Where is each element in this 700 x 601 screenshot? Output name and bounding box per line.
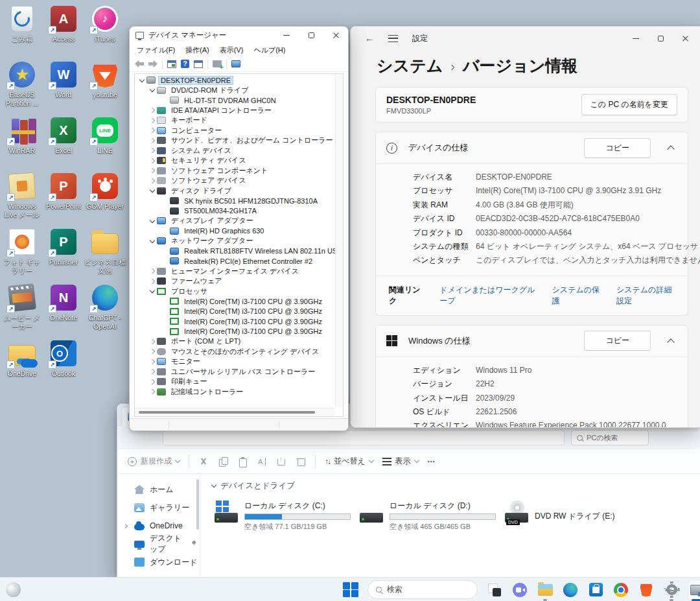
- tree-item[interactable]: コンピューター: [136, 126, 335, 136]
- expand-arrow-icon[interactable]: [148, 106, 157, 115]
- sidebar-item-desktop[interactable]: デスクトップ: [117, 535, 200, 553]
- desktop-icon-onenote[interactable]: ↗ OneNote: [43, 281, 84, 337]
- minimize-button[interactable]: [274, 27, 299, 43]
- tree-item[interactable]: 記憶域コントローラー: [136, 387, 335, 397]
- tree-item[interactable]: ユニバーサル シリアル バス コントローラー: [136, 367, 335, 377]
- sort-button[interactable]: ↑↓ 並べ替え: [325, 456, 373, 467]
- properties-icon[interactable]: [194, 60, 203, 68]
- tree-item[interactable]: モニター: [136, 357, 335, 367]
- sidebar-scrollbar[interactable]: [196, 479, 199, 530]
- expand-arrow-icon[interactable]: [148, 237, 157, 246]
- more-button[interactable]: ···: [428, 457, 436, 466]
- expand-arrow-icon[interactable]: [148, 367, 157, 376]
- expand-arrow-icon[interactable]: [148, 86, 157, 95]
- desktop-icon-gom-player[interactable]: ↗ GOM Player: [84, 170, 126, 226]
- start-button[interactable]: [342, 580, 359, 600]
- desktop-icon-powerpoint[interactable]: ↗ PowerPoint: [43, 170, 84, 226]
- explorer-search-box[interactable]: PCの検索: [571, 430, 649, 445]
- desktop-icon-recycle-bin[interactable]: ↗ ごみ箱: [1, 3, 43, 58]
- expand-arrow-icon[interactable]: [148, 277, 157, 286]
- taskbar-chat-icon[interactable]: [511, 580, 528, 600]
- rename-pc-button[interactable]: この PC の名前を変更: [581, 94, 677, 115]
- tree-item[interactable]: DVD/CD-ROM ドライブ: [136, 86, 335, 96]
- tree-item[interactable]: サウンド、ビデオ、およびゲーム コントローラー: [136, 136, 335, 146]
- tree-item[interactable]: SK hynix BC501 HFM128GDJTNG-8310A: [136, 196, 335, 206]
- taskbar-device-manager-icon[interactable]: [688, 580, 700, 600]
- expand-arrow-icon[interactable]: [161, 297, 170, 306]
- expand-arrow-icon[interactable]: [148, 186, 157, 195]
- tree-item[interactable]: 印刷キュー: [136, 377, 335, 387]
- taskbar-chrome-icon[interactable]: [612, 580, 629, 600]
- menu-item[interactable]: 表示(V): [215, 44, 248, 56]
- taskbar-brave-icon[interactable]: [638, 580, 655, 600]
- desktop-icon-onedrive[interactable]: ↗ OneDrive: [1, 337, 43, 393]
- tree-item[interactable]: IDE ATA/ATAPI コントローラー: [136, 106, 335, 116]
- related-link[interactable]: ドメインまたはワークグループ: [439, 285, 535, 307]
- expand-arrow-icon[interactable]: [148, 176, 157, 185]
- tree-item[interactable]: Intel(R) Core(TM) i3-7100 CPU @ 3.90GHz: [136, 316, 335, 327]
- tree-item[interactable]: プロセッサ: [136, 287, 335, 297]
- desktop-icon-photo-gallery[interactable]: ↗ フォト ギャラリー: [1, 226, 43, 281]
- back-icon[interactable]: ←: [365, 33, 374, 43]
- rename-icon[interactable]: [257, 456, 267, 467]
- drive-tile[interactable]: DVD DVD RW ドライブ (E:): [502, 498, 644, 534]
- expand-arrow-icon[interactable]: [148, 166, 157, 175]
- desktop-icon-excel[interactable]: ↗ Excel: [43, 114, 84, 170]
- desktop-icon-movie-maker[interactable]: ↗ ムービー メーカー: [1, 281, 43, 337]
- tree-item[interactable]: Intel(R) Core(TM) i3-7100 CPU @ 3.90GHz: [136, 307, 335, 317]
- breadcrumb[interactable]: [163, 430, 565, 445]
- expand-arrow-icon[interactable]: [161, 246, 170, 255]
- tree-item[interactable]: ソフトウェア デバイス: [136, 176, 335, 186]
- desktop-icon-youtube[interactable]: ↗ youtube: [84, 58, 126, 114]
- new-button[interactable]: + 新規作成: [128, 456, 180, 467]
- desktop-icon-winrar[interactable]: ↗ WinRAR: [1, 114, 43, 170]
- widgets-icon[interactable]: [6, 582, 21, 597]
- tree-item[interactable]: Realtek(R) PCI(e) Ethernet Controller #2: [136, 256, 335, 266]
- sidebar-item-home[interactable]: ホーム: [117, 480, 200, 499]
- forward-icon[interactable]: [148, 60, 158, 68]
- menu-item[interactable]: ヘルプ(H): [249, 44, 290, 56]
- vertical-scrollbar[interactable]: [335, 74, 343, 407]
- tree-item[interactable]: ファームウェア: [136, 276, 335, 287]
- tree-item[interactable]: Intel(R) Core(TM) i3-7100 CPU @ 3.90GHz: [136, 327, 335, 337]
- desktop-icon-itunes[interactable]: ↗ iTunes: [84, 3, 126, 58]
- computer-monitor-icon[interactable]: [231, 60, 240, 67]
- taskbar-edge-icon[interactable]: [562, 580, 579, 600]
- tree-item[interactable]: HL-DT-ST DVDRAM GHC0N: [136, 95, 335, 106]
- copy-icon[interactable]: [218, 456, 228, 467]
- desktop-icon-chatgpt-openai[interactable]: ↗ ChatGPT - OpenAI: [84, 281, 126, 337]
- expand-arrow-icon[interactable]: [161, 317, 170, 326]
- taskbar-store-icon[interactable]: [587, 580, 604, 600]
- drive-tile[interactable]: DVD ローカル ディスク (C:) 空き領域 77.1 GB/119 GB: [212, 498, 353, 534]
- expand-arrow-icon[interactable]: [148, 357, 157, 366]
- tree-item[interactable]: ディスプレイ アダプター: [136, 216, 335, 226]
- sidebar-item-downloads[interactable]: ダウンロード: [117, 553, 200, 571]
- related-link[interactable]: システムの詳細設定: [616, 285, 677, 307]
- cut-icon[interactable]: [198, 456, 209, 467]
- expand-arrow-icon[interactable]: [148, 156, 157, 165]
- expand-arrow-icon[interactable]: [148, 337, 157, 346]
- expand-arrow-icon[interactable]: [161, 327, 170, 336]
- scrollbar-thumb[interactable]: [139, 411, 315, 414]
- tree-item[interactable]: キーボード: [136, 115, 335, 126]
- share-icon[interactable]: [276, 456, 286, 467]
- expand-arrow-icon[interactable]: [148, 377, 157, 386]
- expand-arrow-icon[interactable]: [161, 226, 170, 235]
- maximize-button[interactable]: [299, 27, 323, 43]
- expand-arrow-icon[interactable]: [161, 206, 170, 215]
- chevron-right-icon[interactable]: [123, 523, 128, 528]
- sidebar-item-onedrive[interactable]: OneDrive: [117, 517, 200, 535]
- tree-item[interactable]: ディスク ドライブ: [136, 186, 335, 196]
- drives-group-header[interactable]: デバイスとドライブ: [212, 480, 700, 491]
- menu-item[interactable]: 操作(A): [181, 44, 214, 56]
- desktop-icon-business-folder[interactable]: ↗ ビジネス目標文例: [84, 226, 126, 281]
- expand-arrow-icon[interactable]: [148, 116, 157, 125]
- menu-item[interactable]: ファイル(F): [132, 44, 180, 56]
- tree-item[interactable]: システム デバイス: [136, 146, 335, 156]
- expand-arrow-icon[interactable]: [148, 387, 157, 396]
- chevron-up-icon[interactable]: [667, 338, 674, 346]
- close-button[interactable]: [323, 27, 348, 43]
- hamburger-menu-icon[interactable]: [388, 35, 398, 42]
- sidebar-item-gallery[interactable]: ギャラリー: [117, 499, 200, 517]
- copy-windows-spec-button[interactable]: コピー: [584, 331, 651, 351]
